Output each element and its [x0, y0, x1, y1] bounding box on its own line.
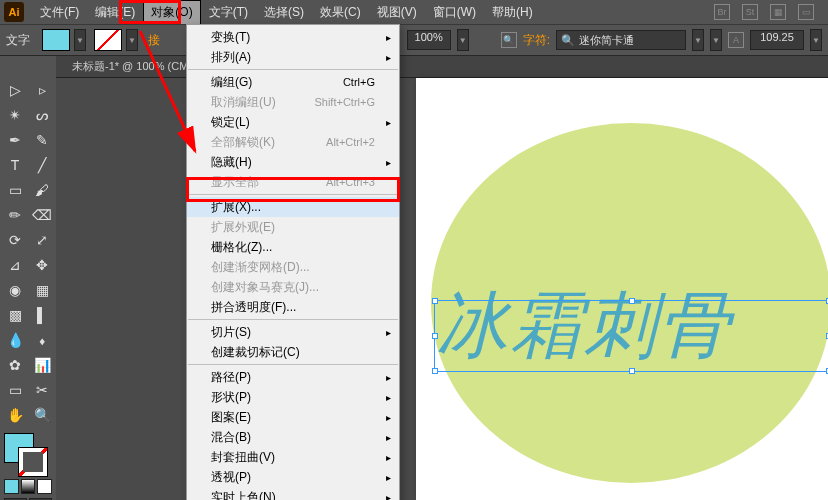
- size-input[interactable]: 109.25: [750, 30, 804, 50]
- menu-shortcut: Ctrl+G: [343, 76, 375, 88]
- eyedropper-tool[interactable]: 💧: [2, 328, 28, 352]
- menu-item-label: 创建渐变网格(D)...: [211, 259, 310, 276]
- width-tool[interactable]: ⊿: [2, 253, 28, 277]
- pen-tool[interactable]: ✒: [2, 128, 28, 152]
- menu-item[interactable]: 实时上色(N)▸: [187, 487, 399, 500]
- menu-item[interactable]: 变换(T)▸: [187, 27, 399, 47]
- menu-item-label: 排列(A): [211, 49, 251, 66]
- lasso-tool[interactable]: ᔕ: [29, 103, 55, 127]
- fill-dropdown[interactable]: ▼: [74, 29, 86, 51]
- artboard-tool[interactable]: ▭: [2, 378, 28, 402]
- shape-builder-tool[interactable]: ◉: [2, 278, 28, 302]
- menu-item-0[interactable]: 文件(F): [32, 0, 87, 25]
- handle-s[interactable]: [629, 368, 635, 374]
- stroke-indicator[interactable]: [18, 447, 48, 477]
- line-tool[interactable]: ╱: [29, 153, 55, 177]
- panel-icon-br[interactable]: Br: [714, 4, 730, 20]
- char-panel-icon[interactable]: A: [728, 32, 744, 48]
- handle-n[interactable]: [629, 298, 635, 304]
- graph-tool[interactable]: 📊: [29, 353, 55, 377]
- fill-color-swatch[interactable]: [42, 29, 70, 51]
- menu-item-4[interactable]: 选择(S): [256, 0, 312, 25]
- direct-selection-tool[interactable]: ▹: [29, 78, 55, 102]
- menu-item-8[interactable]: 帮助(H): [484, 0, 541, 25]
- blend-tool[interactable]: ⬧: [29, 328, 55, 352]
- selection-tool[interactable]: ▷: [2, 78, 28, 102]
- menu-item[interactable]: 排列(A)▸: [187, 47, 399, 67]
- pencil-tool[interactable]: ✏: [2, 203, 28, 227]
- handle-w[interactable]: [432, 333, 438, 339]
- zoom-tool[interactable]: 🔍: [29, 403, 55, 427]
- menu-item-1[interactable]: 编辑(E): [87, 0, 143, 25]
- handle-sw[interactable]: [432, 368, 438, 374]
- menu-item-label: 栅格化(Z)...: [211, 239, 272, 256]
- toolbox: ▷ ▹ ✴ ᔕ ✒ ✎ T ╱ ▭ 🖌 ✏ ⌫ ⟳ ⤢ ⊿ ✥ ◉ ▦ ▩ ▌ …: [0, 56, 56, 500]
- panel-icon-grid[interactable]: ▦: [770, 4, 786, 20]
- canvas-area[interactable]: 冰霜刺骨: [56, 78, 828, 500]
- font-label: 字符:: [523, 32, 550, 49]
- menu-item-label: 取消编组(U): [211, 94, 276, 111]
- rectangle-tool[interactable]: ▭: [2, 178, 28, 202]
- gradient-mode[interactable]: [21, 479, 36, 494]
- gradient-tool[interactable]: ▌: [29, 303, 55, 327]
- menu-item[interactable]: 切片(S)▸: [187, 322, 399, 342]
- type-tool[interactable]: T: [2, 153, 28, 177]
- hand-tool[interactable]: ✋: [2, 403, 28, 427]
- free-transform-tool[interactable]: ✥: [29, 253, 55, 277]
- menu-separator: [188, 364, 398, 365]
- zoom-input[interactable]: 100%: [407, 30, 451, 50]
- style-dropdown[interactable]: ▼: [710, 29, 722, 51]
- menu-item[interactable]: 扩展(X)...: [187, 197, 399, 217]
- stroke-dropdown[interactable]: ▼: [126, 29, 138, 51]
- perspective-tool[interactable]: ▦: [29, 278, 55, 302]
- menu-item[interactable]: 图案(E)▸: [187, 407, 399, 427]
- menu-item-label: 创建对象马赛克(J)...: [211, 279, 319, 296]
- menu-item-label: 封套扭曲(V): [211, 449, 275, 466]
- panel-icon-st[interactable]: St: [742, 4, 758, 20]
- none-mode[interactable]: [37, 479, 52, 494]
- color-mode[interactable]: [4, 479, 19, 494]
- menu-item: 取消编组(U)Shift+Ctrl+G: [187, 92, 399, 112]
- menu-item-label: 路径(P): [211, 369, 251, 386]
- menu-item-3[interactable]: 文字(T): [201, 0, 256, 25]
- menu-shortcut: Shift+Ctrl+G: [314, 96, 375, 108]
- font-selector[interactable]: 🔍迷你简卡通: [556, 30, 686, 50]
- menu-item-5[interactable]: 效果(C): [312, 0, 369, 25]
- menu-item[interactable]: 锁定(L)▸: [187, 112, 399, 132]
- menu-item-2[interactable]: 对象(O): [143, 0, 200, 25]
- slice-tool[interactable]: ✂: [29, 378, 55, 402]
- size-dropdown[interactable]: ▼: [810, 29, 822, 51]
- menu-separator: [188, 194, 398, 195]
- menu-item[interactable]: 创建裁切标记(C): [187, 342, 399, 362]
- document-tab[interactable]: 未标题-1* @ 100% (CM: [62, 59, 198, 74]
- scale-tool[interactable]: ⤢: [29, 228, 55, 252]
- menu-item-6[interactable]: 视图(V): [369, 0, 425, 25]
- menu-item[interactable]: 路径(P)▸: [187, 367, 399, 387]
- curvature-tool[interactable]: ✎: [29, 128, 55, 152]
- search-icon[interactable]: 🔍: [501, 32, 517, 48]
- symbol-sprayer-tool[interactable]: ✿: [2, 353, 28, 377]
- font-dropdown[interactable]: ▼: [692, 29, 704, 51]
- submenu-arrow-icon: ▸: [386, 392, 391, 403]
- panel-icon-arrange[interactable]: ▭: [798, 4, 814, 20]
- stroke-color-swatch[interactable]: [94, 29, 122, 51]
- rotate-tool[interactable]: ⟳: [2, 228, 28, 252]
- menu-item[interactable]: 封套扭曲(V)▸: [187, 447, 399, 467]
- zoom-dropdown[interactable]: ▼: [457, 29, 469, 51]
- fill-stroke-control[interactable]: [2, 431, 54, 477]
- menu-item[interactable]: 混合(B)▸: [187, 427, 399, 447]
- menu-item[interactable]: 透视(P)▸: [187, 467, 399, 487]
- eraser-tool[interactable]: ⌫: [29, 203, 55, 227]
- menu-item[interactable]: 栅格化(Z)...: [187, 237, 399, 257]
- handle-nw[interactable]: [432, 298, 438, 304]
- mesh-tool[interactable]: ▩: [2, 303, 28, 327]
- menu-item[interactable]: 拼合透明度(F)...: [187, 297, 399, 317]
- menu-item[interactable]: 隐藏(H)▸: [187, 152, 399, 172]
- menu-item-label: 扩展(X)...: [211, 199, 261, 216]
- menu-item[interactable]: 编组(G)Ctrl+G: [187, 72, 399, 92]
- object-menu-dropdown: 变换(T)▸排列(A)▸编组(G)Ctrl+G取消编组(U)Shift+Ctrl…: [186, 24, 400, 500]
- menu-item-7[interactable]: 窗口(W): [425, 0, 484, 25]
- magic-wand-tool[interactable]: ✴: [2, 103, 28, 127]
- menu-item[interactable]: 形状(P)▸: [187, 387, 399, 407]
- paintbrush-tool[interactable]: 🖌: [29, 178, 55, 202]
